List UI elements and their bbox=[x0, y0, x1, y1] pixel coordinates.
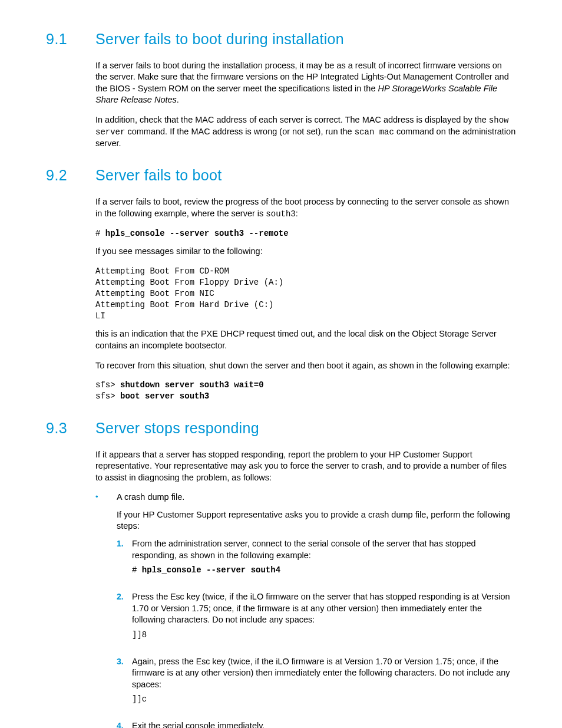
inline-code: scan mac bbox=[355, 127, 394, 137]
paragraph: Exit the serial console immediately. bbox=[132, 720, 516, 728]
command-block: # hpls_console --server south3 --remote bbox=[95, 228, 516, 239]
paragraph: To recover from this situation, shut dow… bbox=[95, 360, 516, 372]
list-item: 1. From the administration server, conne… bbox=[117, 538, 516, 583]
paragraph: In addition, check that the MAC address … bbox=[95, 114, 516, 149]
heading-9-3: 9.3 Server stops responding bbox=[46, 419, 516, 439]
section-title: Server fails to boot during installation bbox=[95, 29, 344, 50]
list-item: • A crash dump file. If your HP Customer… bbox=[95, 492, 516, 728]
list-item: 3. Again, press the Esc key (twice, if t… bbox=[117, 656, 516, 713]
command-block: # hpls_console --server south4 bbox=[132, 565, 516, 576]
code-block: ]]c bbox=[132, 694, 516, 705]
heading-9-1: 9.1 Server fails to boot during installa… bbox=[46, 29, 516, 50]
step-number: 4. bbox=[117, 720, 132, 728]
paragraph: this is an indication that the PXE DHCP … bbox=[95, 328, 516, 351]
bullet-icon: • bbox=[95, 492, 117, 728]
section-title: Server stops responding bbox=[95, 419, 259, 439]
heading-9-2: 9.2 Server fails to boot bbox=[46, 166, 516, 186]
section-body: If a server fails to boot, review the pr… bbox=[95, 196, 516, 402]
list-item: 2. Press the Esc key (twice, if the iLO … bbox=[117, 591, 516, 648]
paragraph: Again, press the Esc key (twice, if the … bbox=[132, 656, 516, 691]
section-body: If a server fails to boot during the ins… bbox=[95, 60, 516, 150]
key-name: Esc bbox=[170, 592, 184, 601]
paragraph: If you see messages similar to the follo… bbox=[95, 246, 516, 258]
paragraph: From the administration server, connect … bbox=[132, 538, 516, 561]
step-number: 3. bbox=[117, 656, 132, 713]
paragraph: Press the Esc key (twice, if the iLO fir… bbox=[132, 591, 516, 626]
step-number: 1. bbox=[117, 538, 132, 583]
section-9-2: 9.2 Server fails to boot If a server fai… bbox=[46, 166, 516, 402]
section-9-3: 9.3 Server stops responding If it appear… bbox=[46, 419, 516, 728]
section-body: If it appears that a server has stopped … bbox=[95, 449, 516, 728]
section-number: 9.2 bbox=[46, 166, 95, 186]
paragraph: If your HP Customer Support representati… bbox=[117, 509, 516, 532]
paragraph: If a server fails to boot, review the pr… bbox=[95, 196, 516, 219]
list-item: 4. Exit the serial console immediately. bbox=[117, 720, 516, 728]
code-block: ]]8 bbox=[132, 630, 516, 641]
numbered-list: 1. From the administration server, conne… bbox=[117, 538, 516, 728]
inline-code: south3 bbox=[266, 209, 295, 219]
section-number: 9.1 bbox=[46, 29, 95, 50]
key-name: Esc bbox=[196, 657, 210, 666]
list-item-label: A crash dump file. bbox=[117, 492, 516, 503]
output-block: Attempting Boot From CD-ROM Attempting B… bbox=[95, 266, 516, 321]
section-number: 9.3 bbox=[46, 419, 95, 439]
paragraph: If a server fails to boot during the ins… bbox=[95, 60, 516, 106]
section-title: Server fails to boot bbox=[95, 166, 222, 186]
step-number: 2. bbox=[117, 591, 132, 648]
bullet-list: • A crash dump file. If your HP Customer… bbox=[95, 492, 516, 728]
section-9-1: 9.1 Server fails to boot during installa… bbox=[46, 29, 516, 149]
paragraph: If it appears that a server has stopped … bbox=[95, 449, 516, 484]
command-block: sfs> shutdown server south3 wait=0 sfs> … bbox=[95, 380, 516, 402]
